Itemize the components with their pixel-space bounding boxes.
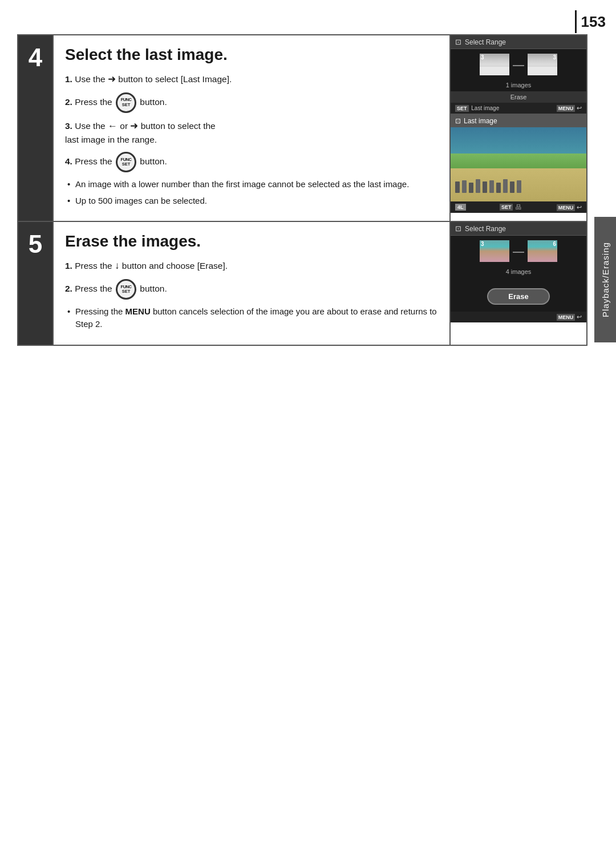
images-count-2: 4 images bbox=[451, 267, 586, 278]
func-set-button-3: FUNC SET bbox=[116, 279, 136, 300]
images-count-1: 1 images bbox=[451, 80, 586, 91]
or-text: or bbox=[120, 121, 128, 131]
screen-bottom-bar-1: SET Last image MENU ↩ bbox=[451, 103, 586, 114]
section-5-screenshot: ⊡ Select Range 3 — 6 4 images bbox=[449, 222, 586, 345]
screen-header-1: ⊡ Select Range bbox=[451, 35, 586, 49]
section-4-body: Select the last image. 1. Use the ➜ butt… bbox=[52, 35, 586, 221]
last-image-header: ⊡ Last image bbox=[451, 115, 586, 127]
instruction-4-3: 3. Use the ← or ➜ button to select thela… bbox=[65, 119, 438, 147]
bullet-5-1: Pressing the MENU button cancels selecti… bbox=[65, 305, 438, 331]
bullet-4-1: An image with a lower number than the fi… bbox=[65, 178, 438, 191]
set-icon-label: SET 品 bbox=[500, 203, 521, 211]
instruction-4-1: 1. Use the ➜ button to select [Last Imag… bbox=[65, 72, 438, 87]
select-range-label-2: Select Range bbox=[465, 225, 506, 233]
step-5-number: 5 bbox=[18, 222, 52, 345]
sidebar-tab: Playback/Erasing bbox=[594, 217, 616, 342]
press-the-label: Press the bbox=[75, 97, 112, 107]
beach-chairs bbox=[455, 176, 582, 193]
section-5-text: Erase the images. 1. Press the ↓ button … bbox=[54, 222, 449, 345]
menu-bottom: MENU ↩ bbox=[451, 312, 586, 322]
arrow-right-icon-2: ➜ bbox=[130, 120, 138, 131]
bullet-4-2: Up to 500 images can be selected. bbox=[65, 195, 438, 208]
section-4-screenshot: ⊡ Select Range 3 — 3 1 images bbox=[449, 35, 586, 221]
screen-thumbnails-1: 3 — 3 bbox=[451, 49, 586, 80]
erase-button-area: Erase bbox=[451, 278, 586, 312]
menu-back-1: MENU ↩ bbox=[556, 104, 582, 112]
section-4-title: Select the last image. bbox=[65, 46, 438, 64]
main-content: 4 Select the last image. 1. Use the ➜ bu… bbox=[17, 34, 587, 834]
screen-thumbnails-2: 3 — 6 bbox=[451, 236, 586, 267]
step-4-number: 4 bbox=[18, 35, 52, 221]
select-range-screen: ⊡ Select Range 3 — 3 1 images bbox=[451, 35, 586, 114]
section-5: 5 Erase the images. 1. Press the ↓ butto… bbox=[17, 222, 587, 346]
last-image-label: Last image bbox=[464, 117, 497, 125]
section-4: 4 Select the last image. 1. Use the ➜ bu… bbox=[17, 34, 587, 222]
arrow-right-icon: ➜ bbox=[108, 74, 116, 84]
func-set-button-1: FUNC SET bbox=[116, 92, 136, 113]
last-image-screen: ⊡ Last image bbox=[451, 115, 586, 213]
thumb-dash-2: — bbox=[513, 245, 524, 258]
erase-button[interactable]: Erase bbox=[487, 288, 550, 305]
menu-bold: MENU bbox=[125, 306, 151, 316]
screen-header-2: ⊡ Select Range bbox=[451, 222, 586, 236]
thumb-right-1: 3 bbox=[528, 54, 557, 75]
thumb-right-2: 6 bbox=[528, 240, 557, 262]
select-range-label: Select Range bbox=[465, 38, 506, 46]
arrow-down-icon: ↓ bbox=[115, 260, 120, 271]
erase-bar-1: Erase bbox=[451, 91, 586, 103]
set-last-image: SET Last image bbox=[455, 105, 499, 111]
instruction-5-2: 2. Press the FUNC SET button. bbox=[65, 279, 438, 300]
select-range-icon-2: ⊡ bbox=[455, 224, 461, 233]
large-beach-thumb bbox=[451, 127, 586, 201]
bottom-screen-bar-last: 4L SET 品 MENU ↩ bbox=[451, 201, 586, 213]
thumb-left-2: 3 bbox=[480, 240, 509, 262]
section-5-title: Erase the images. bbox=[65, 232, 438, 251]
menu-back-2: MENU ↩ bbox=[556, 204, 582, 211]
instruction-5-1: 1. Press the ↓ button and choose [Erase]… bbox=[65, 259, 438, 273]
sky bbox=[451, 127, 586, 157]
thumb-left-1: 3 bbox=[480, 54, 509, 75]
page-number-line bbox=[575, 10, 577, 33]
page-number: 153 bbox=[581, 13, 616, 31]
section-4-text: Select the last image. 1. Use the ➜ butt… bbox=[54, 35, 449, 221]
last-image-icon: ⊡ bbox=[455, 117, 461, 125]
func-set-button-2: FUNC SET bbox=[116, 152, 136, 172]
thumb-dash-1: — bbox=[513, 58, 524, 71]
instruction-4-4: 4. Press the FUNC SET button. bbox=[65, 152, 438, 172]
section-5-body: Erase the images. 1. Press the ↓ button … bbox=[52, 222, 586, 345]
arrow-left-icon: ← bbox=[108, 120, 117, 131]
instruction-4-2: 2. Press the FUNC SET button. bbox=[65, 92, 438, 113]
select-range-screen-2: ⊡ Select Range 3 — 6 4 images bbox=[451, 222, 586, 322]
page-number-bar: 153 bbox=[575, 10, 616, 33]
four-l-badge: 4L bbox=[455, 204, 466, 211]
select-range-icon: ⊡ bbox=[455, 38, 461, 46]
